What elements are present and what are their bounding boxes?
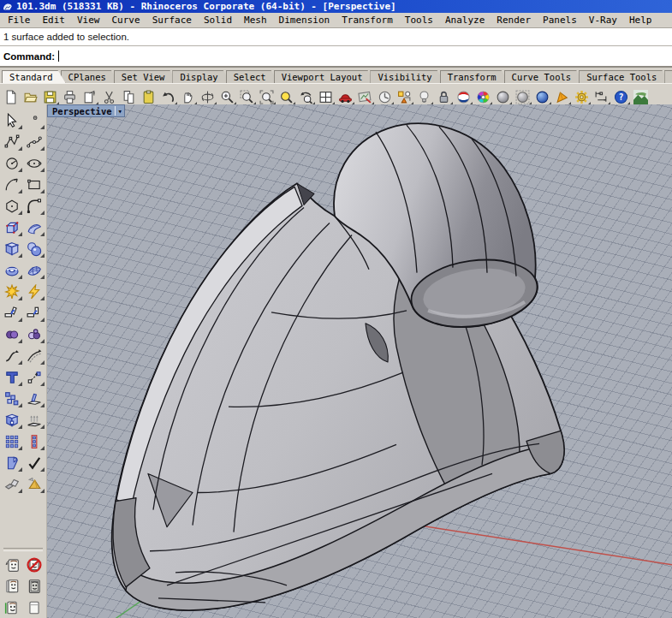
menu-item[interactable]: Panels	[537, 14, 583, 27]
left-tool-sidebar	[0, 104, 47, 618]
solid-spheres-button[interactable]	[23, 238, 45, 259]
model-3d[interactable]	[47, 104, 672, 618]
cage-edit-button[interactable]	[1, 217, 23, 238]
sidebar-tool-grid	[0, 110, 46, 495]
perspective-viewport[interactable]: Perspective ▾	[47, 104, 672, 618]
toolbar-tab[interactable]: Curve Tools	[504, 70, 585, 83]
menu-item[interactable]: View	[71, 14, 106, 27]
command-history-text: 1 surface added to selection.	[3, 32, 129, 42]
solid-torus-button[interactable]	[1, 259, 23, 281]
move-points-button[interactable]	[23, 366, 45, 388]
rhino-logo-icon	[3, 2, 13, 12]
toolbar-tab[interactable]: CPlanes	[61, 70, 119, 83]
titlebar[interactable]: 101.3dm (518331 KB) - Rhinoceros Corpora…	[0, 0, 672, 13]
extrude-surface-button[interactable]	[23, 388, 45, 409]
sidebar-spacer	[0, 495, 46, 545]
circle-button[interactable]	[1, 152, 23, 174]
sidebar-divider	[3, 548, 43, 551]
surface-patch-button[interactable]	[23, 217, 45, 238]
array-linear-button[interactable]	[23, 431, 45, 452]
command-history: 1 surface added to selection.	[0, 28, 672, 46]
curve-blend-button[interactable]	[1, 345, 23, 366]
menu-item[interactable]: File	[2, 14, 37, 27]
ellipse-button[interactable]	[23, 152, 45, 174]
select-cursor-button[interactable]	[1, 110, 23, 131]
polygon-button[interactable]	[1, 195, 23, 217]
single-point-button[interactable]	[23, 110, 45, 131]
extract-surface-button[interactable]	[23, 281, 45, 302]
vray-material-b-button[interactable]	[23, 575, 45, 597]
toolbar-tab[interactable]: Visibility	[370, 70, 444, 83]
menu-item[interactable]: Edit	[37, 14, 72, 27]
gold-cone-button[interactable]	[23, 473, 45, 495]
page-flip-button[interactable]	[1, 452, 23, 473]
menu-item[interactable]: Render	[491, 14, 537, 27]
vray-material-c-button[interactable]	[1, 597, 23, 618]
group-objects-button[interactable]	[1, 388, 23, 409]
menu-item[interactable]: Solid	[198, 14, 238, 27]
menu-item[interactable]: Transform	[336, 14, 399, 27]
toolbar-tab[interactable]: Set View	[114, 70, 178, 83]
main-area: Perspective ▾	[0, 104, 672, 618]
toolbar-tab[interactable]: Solid Tools	[664, 70, 672, 83]
toolbar-tab[interactable]: Transform	[440, 70, 509, 83]
menu-item[interactable]: Curve	[106, 14, 146, 27]
curve-corner-button[interactable]	[23, 195, 45, 217]
command-prompt-label: Command:	[3, 51, 55, 62]
window-title: 101.3dm (518331 KB) - Rhinoceros Corpora…	[16, 1, 396, 12]
toolbar-tab[interactable]: Standard	[2, 70, 66, 83]
toolbar-tab[interactable]: Select	[226, 70, 279, 83]
curve-interpolate-button[interactable]	[23, 131, 45, 152]
mesh-objects-button[interactable]	[1, 473, 23, 495]
extrude-straight-button[interactable]	[23, 409, 45, 431]
menu-item[interactable]: Analyze	[439, 14, 491, 27]
fillet-edge-button[interactable]	[1, 302, 23, 324]
toolbar-tabs: StandardCPlanesSet ViewDisplaySelectView…	[0, 68, 672, 83]
vray-material-a-button[interactable]	[1, 575, 23, 597]
vray-material-arrow-button[interactable]	[1, 554, 23, 575]
surface-network-button[interactable]	[23, 259, 45, 281]
vray-frame-button[interactable]	[23, 597, 45, 618]
vray-tool-grid	[0, 554, 46, 618]
check-select-button[interactable]	[23, 452, 45, 473]
toolbar-tab[interactable]: Display	[172, 70, 230, 83]
solid-box-button[interactable]	[1, 238, 23, 259]
menu-item[interactable]: Mesh	[238, 14, 273, 27]
array-rectangular-button[interactable]	[1, 431, 23, 452]
boolean-union-button[interactable]	[1, 324, 23, 345]
menu-item[interactable]: Help	[623, 14, 658, 27]
toolbar-tab[interactable]: Surface Tools	[579, 70, 669, 83]
polyline-button[interactable]	[1, 131, 23, 152]
menu-item[interactable]: Surface	[146, 14, 198, 27]
arc-button[interactable]	[1, 174, 23, 195]
curve-offset-button[interactable]	[23, 345, 45, 366]
rhino-window: 101.3dm (518331 KB) - Rhinoceros Corpora…	[0, 0, 672, 618]
command-line[interactable]: Command:	[0, 46, 672, 68]
vray-disabled-button[interactable]	[23, 554, 45, 575]
viewport-title-tab[interactable]: Perspective ▾	[47, 104, 125, 117]
menu-item[interactable]: V-Ray	[583, 14, 623, 27]
chevron-down-icon[interactable]: ▾	[118, 107, 122, 116]
menu-bar: FileEditViewCurveSurfaceSolidMeshDimensi…	[0, 13, 672, 28]
viewport-name: Perspective	[52, 106, 112, 116]
explode-button[interactable]	[1, 281, 23, 302]
menu-item[interactable]: Dimension	[273, 14, 336, 27]
boolean-difference-button[interactable]	[23, 324, 45, 345]
text-caret	[58, 51, 59, 62]
svg-text:?: ?	[618, 92, 623, 102]
solid-union-button[interactable]	[1, 409, 23, 431]
viewport-label-separator	[115, 106, 116, 116]
x-axis-line	[418, 526, 672, 565]
text-object-button[interactable]	[1, 366, 23, 388]
toolbar-tab[interactable]: Viewport Layout	[274, 70, 376, 83]
menu-item[interactable]: Tools	[399, 14, 439, 27]
rectangle-button[interactable]	[23, 174, 45, 195]
chamfer-edge-button[interactable]	[23, 302, 45, 324]
